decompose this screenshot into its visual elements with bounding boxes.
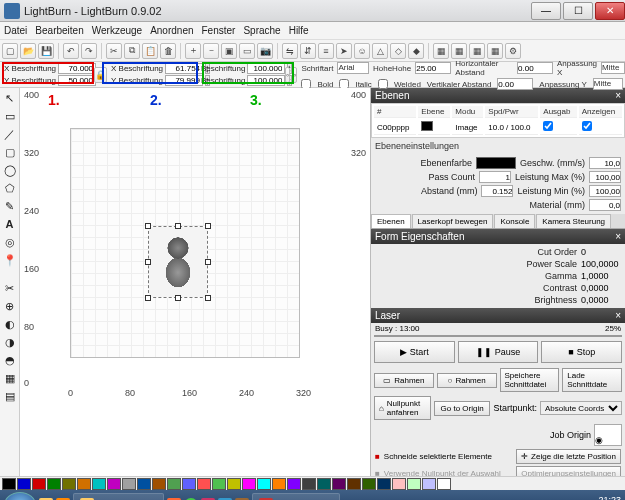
layer-output-check[interactable] bbox=[543, 121, 553, 131]
layer-show-check[interactable] bbox=[582, 121, 592, 131]
palette-color[interactable] bbox=[47, 478, 61, 490]
palette-color[interactable] bbox=[92, 478, 106, 490]
settings-icon[interactable]: ⚙ bbox=[505, 43, 521, 59]
welded-check[interactable] bbox=[378, 79, 388, 89]
copy-icon[interactable]: ⧉ bbox=[124, 43, 140, 59]
bool3-tool-icon[interactable]: ◓ bbox=[2, 352, 18, 368]
joborigin-grid[interactable]: ◉ bbox=[594, 424, 622, 446]
pin-tool-icon[interactable]: 📍 bbox=[2, 252, 18, 268]
frame2-button[interactable]: ○ Rahmen bbox=[437, 373, 497, 388]
palette-color[interactable] bbox=[107, 478, 121, 490]
start-button-icon[interactable] bbox=[4, 492, 36, 500]
palette-color[interactable] bbox=[77, 478, 91, 490]
palette-color[interactable] bbox=[287, 478, 301, 490]
scalex-input[interactable] bbox=[247, 63, 285, 74]
mirror-v-icon[interactable]: ⇵ bbox=[300, 43, 316, 59]
palette-color[interactable] bbox=[182, 478, 196, 490]
menu-anordnen[interactable]: Anordnen bbox=[150, 25, 193, 36]
menu-fenster[interactable]: Fenster bbox=[202, 25, 236, 36]
anchor2-icon[interactable]: ◦ bbox=[292, 67, 297, 83]
anchor1-icon[interactable]: ◦ bbox=[285, 67, 290, 83]
palette-color[interactable] bbox=[122, 478, 136, 490]
palette-color[interactable] bbox=[437, 478, 451, 490]
menu-werkzeuge[interactable]: Werkzeuge bbox=[92, 25, 142, 36]
tool-b-icon[interactable]: ◇ bbox=[390, 43, 406, 59]
grid3-icon[interactable]: ▦ bbox=[469, 43, 485, 59]
palette-color[interactable] bbox=[392, 478, 406, 490]
col-layer[interactable]: Ebene bbox=[418, 106, 450, 118]
tab-camera[interactable]: Kamera Steurung bbox=[536, 214, 611, 228]
zoom-in-icon[interactable]: ＋ bbox=[185, 43, 201, 59]
col-spd[interactable]: Spd/Pwr bbox=[485, 106, 538, 118]
pmin-input[interactable] bbox=[589, 185, 621, 197]
polygon-tool-icon[interactable]: ⬠ bbox=[2, 180, 18, 196]
hspace-input[interactable] bbox=[517, 62, 553, 74]
ellipse-tool-icon[interactable]: ◯ bbox=[2, 162, 18, 178]
tab-console[interactable]: Konsole bbox=[494, 214, 535, 228]
canvas[interactable]: 1. 2. 3. 400 320 240 160 80 0 0 80 160 2… bbox=[20, 88, 370, 476]
menu-sprache[interactable]: Sprache bbox=[243, 25, 280, 36]
scaley-input[interactable] bbox=[247, 75, 285, 86]
select-tool-icon[interactable]: ↖ bbox=[2, 90, 18, 106]
rect-tool-icon[interactable]: ▢ bbox=[2, 144, 18, 160]
layers-close-icon[interactable]: × bbox=[615, 90, 621, 101]
palette-color[interactable] bbox=[422, 478, 436, 490]
grid1-icon[interactable]: ▦ bbox=[433, 43, 449, 59]
palette-color[interactable] bbox=[62, 478, 76, 490]
col-out[interactable]: Ausgab bbox=[540, 106, 576, 118]
redo-icon[interactable]: ↷ bbox=[81, 43, 97, 59]
opt-settings-button[interactable]: Optimierungseinstellungen bbox=[516, 466, 621, 476]
zoom-fit-icon[interactable]: ▣ bbox=[221, 43, 237, 59]
delete-icon[interactable]: 🗑 bbox=[160, 43, 176, 59]
goto-origin-button[interactable]: Go to Origin bbox=[434, 401, 491, 416]
color-swatch[interactable] bbox=[476, 157, 516, 169]
grid2-icon[interactable]: ▦ bbox=[451, 43, 467, 59]
speed-input[interactable] bbox=[589, 157, 621, 169]
palette-color[interactable] bbox=[407, 478, 421, 490]
xpos-input[interactable] bbox=[58, 63, 96, 74]
frame1-button[interactable]: ▭ Rahmen bbox=[374, 373, 434, 388]
marquee-tool-icon[interactable]: ▭ bbox=[2, 108, 18, 124]
pmax-input[interactable] bbox=[589, 171, 621, 183]
array-tool-icon[interactable]: ▦ bbox=[2, 370, 18, 386]
bool1-tool-icon[interactable]: ◐ bbox=[2, 316, 18, 332]
pause-button[interactable]: ❚❚ Pause bbox=[458, 341, 539, 363]
tab-ebenen[interactable]: Ebenen bbox=[371, 214, 411, 228]
palette-color[interactable] bbox=[242, 478, 256, 490]
height-input[interactable] bbox=[165, 75, 203, 86]
palette-color[interactable] bbox=[362, 478, 376, 490]
palette-color[interactable] bbox=[197, 478, 211, 490]
clock[interactable]: 21:2312.05.2019 bbox=[576, 495, 621, 500]
width-input[interactable] bbox=[165, 63, 203, 74]
save-cut-button[interactable]: Speichere Schnittdatei bbox=[500, 368, 560, 392]
mat-input[interactable] bbox=[589, 199, 621, 211]
menu-datei[interactable]: Datei bbox=[4, 25, 27, 36]
palette-color[interactable] bbox=[347, 478, 361, 490]
weld-tool-icon[interactable]: ⊕ bbox=[2, 298, 18, 314]
layer-row[interactable]: C00pppp Image 10.0 / 100.0 bbox=[374, 120, 622, 135]
close-button[interactable]: ✕ bbox=[595, 2, 625, 20]
palette-color[interactable] bbox=[302, 478, 316, 490]
open-icon[interactable]: 📂 bbox=[20, 43, 36, 59]
menu-bearbeiten[interactable]: Bearbeiten bbox=[35, 25, 83, 36]
palette-color[interactable] bbox=[227, 478, 241, 490]
person-icon[interactable]: ☺ bbox=[354, 43, 370, 59]
task-lightburn[interactable]: lightBurn - L... bbox=[252, 493, 340, 500]
tool-a-icon[interactable]: △ bbox=[372, 43, 388, 59]
font-select[interactable]: Arial bbox=[337, 62, 369, 74]
palette-color[interactable] bbox=[377, 478, 391, 490]
start-button[interactable]: ▶ Start bbox=[374, 341, 455, 363]
task-explorer[interactable]: Wechseldate... bbox=[73, 493, 164, 500]
pass-input[interactable] bbox=[479, 171, 511, 183]
save-icon[interactable]: 💾 bbox=[38, 43, 54, 59]
col-num[interactable]: # bbox=[374, 106, 416, 118]
zoom-out-icon[interactable]: － bbox=[203, 43, 219, 59]
palette-color[interactable] bbox=[2, 478, 16, 490]
new-icon[interactable]: ▢ bbox=[2, 43, 18, 59]
show-last-button[interactable]: ✛ Zeige die letzte Position bbox=[516, 449, 621, 464]
edit-tool-icon[interactable]: ✎ bbox=[2, 198, 18, 214]
startpoint-select[interactable]: Absolute Coords bbox=[540, 401, 622, 415]
palette-color[interactable] bbox=[167, 478, 181, 490]
menu-hilfe[interactable]: Hilfe bbox=[289, 25, 309, 36]
alignx-select[interactable]: Mitte bbox=[601, 62, 625, 74]
